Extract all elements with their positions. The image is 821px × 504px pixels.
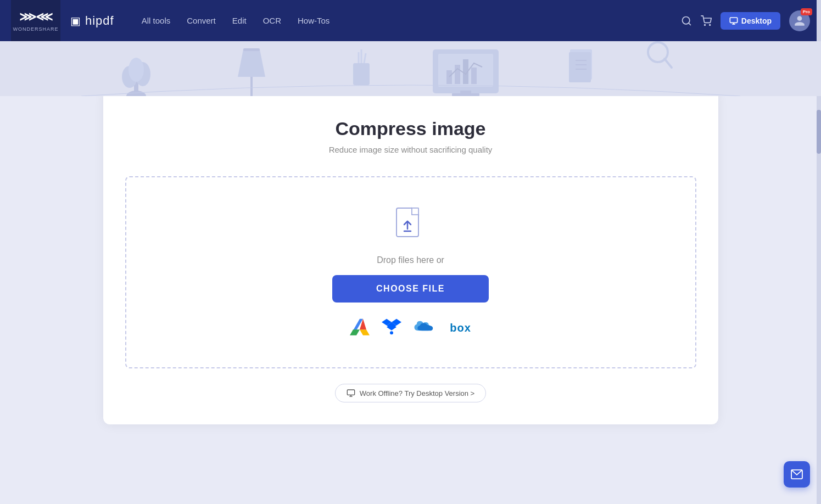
svg-rect-15 (353, 63, 370, 85)
svg-point-46 (390, 331, 393, 334)
box-icon-text: box (450, 322, 471, 334)
search-button[interactable] (681, 15, 692, 26)
desktop-button[interactable]: Desktop (721, 12, 780, 30)
nav-all-tools[interactable]: All tools (142, 16, 171, 25)
hero-bg (0, 41, 821, 96)
svg-rect-24 (471, 68, 477, 84)
nav-ocr[interactable]: OCR (263, 16, 281, 25)
user-avatar-wrap: Pro (789, 10, 810, 31)
nav-edit[interactable]: Edit (232, 16, 247, 25)
svg-rect-47 (347, 390, 354, 395)
hero-decoration (81, 41, 740, 96)
desktop-btn-label: Desktop (741, 16, 772, 25)
svg-rect-35 (412, 208, 418, 215)
svg-point-11 (129, 58, 144, 82)
cloud-icons: box (350, 318, 471, 338)
svg-line-18 (364, 53, 366, 63)
wondershare-logo: ⋙⋘ wondershare (11, 0, 60, 41)
nav-how-tos[interactable]: How-Tos (298, 16, 329, 25)
svg-marker-13 (238, 49, 265, 77)
hipdf-logo: ▣ hipdf (70, 14, 114, 28)
svg-rect-22 (455, 65, 460, 84)
nav-actions: Desktop Pro (681, 10, 810, 31)
offline-link[interactable]: Work Offline? Try Desktop Version > (335, 384, 486, 402)
svg-point-3 (710, 24, 711, 25)
upload-icon-wrap (394, 207, 427, 245)
svg-line-33 (664, 59, 672, 68)
navbar: ⋙⋘ wondershare ▣ hipdf All tools Convert… (0, 0, 821, 41)
svg-marker-39 (350, 329, 360, 335)
box-icon[interactable]: box (450, 322, 471, 334)
cart-button[interactable] (701, 15, 712, 26)
float-email-button[interactable] (784, 461, 810, 488)
gdrive-icon[interactable] (350, 318, 370, 338)
svg-rect-28 (569, 52, 591, 82)
svg-marker-40 (360, 329, 370, 335)
nav-convert[interactable]: Convert (187, 16, 216, 25)
dropzone[interactable]: Drop files here or CHOOSE FILE (125, 176, 696, 368)
ws-icon: ⋙⋘ (19, 10, 52, 24)
page-title: Compress image (125, 118, 696, 139)
page-subtitle: Reduce image size without sacrificing qu… (125, 145, 696, 154)
onedrive-icon[interactable] (414, 318, 438, 338)
choose-file-button[interactable]: CHOOSE FILE (332, 275, 489, 303)
upload-icon (394, 207, 427, 245)
svg-rect-12 (250, 77, 253, 96)
scrollbar-thumb[interactable] (817, 110, 821, 154)
svg-rect-25 (460, 91, 471, 93)
main-card: Compress image Reduce image size without… (103, 91, 718, 424)
dropbox-icon[interactable] (382, 318, 401, 338)
svg-point-2 (704, 24, 705, 25)
svg-rect-4 (730, 18, 737, 23)
drop-text: Drop files here or (377, 255, 444, 265)
hipdf-icon: ▣ (70, 14, 81, 27)
pro-badge: Pro (801, 8, 812, 15)
svg-rect-14 (243, 48, 260, 51)
svg-rect-26 (452, 93, 479, 96)
main-content: Compress image Reduce image size without… (0, 96, 821, 446)
svg-line-1 (689, 23, 691, 25)
offline-link-wrap: Work Offline? Try Desktop Version > (125, 384, 696, 402)
offline-text: Work Offline? Try Desktop Version > (360, 389, 474, 397)
brand-logo: ⋙⋘ wondershare ▣ hipdf (11, 0, 114, 41)
hipdf-text: hipdf (85, 14, 114, 28)
svg-rect-21 (446, 70, 452, 84)
ws-name: wondershare (13, 26, 58, 32)
nav-links: All tools Convert Edit OCR How-Tos (142, 16, 675, 25)
